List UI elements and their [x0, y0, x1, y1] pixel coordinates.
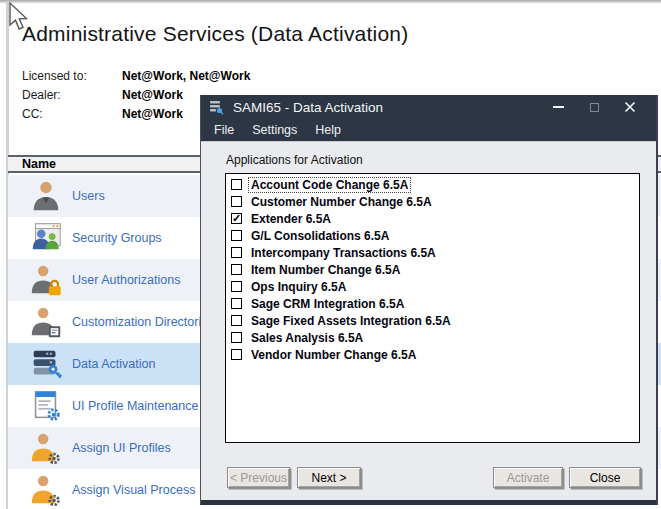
app-row[interactable]: Customer Number Change 6.5A [229, 193, 636, 210]
checkbox[interactable] [231, 247, 242, 258]
sidebar-item-label: Security Groups [72, 231, 162, 245]
applications-for-activation-label: Applications for Activation [226, 153, 363, 167]
data-activation-icon [209, 100, 224, 115]
app-row[interactable]: G/L Consolidations 6.5A [229, 227, 636, 244]
checkbox[interactable] [231, 196, 242, 207]
app-row[interactable]: Vendor Number Change 6.5A [229, 346, 636, 363]
dealer-label: Dealer: [22, 88, 122, 102]
app-row[interactable]: Ops Inquiry 6.5A [229, 278, 636, 295]
app-row[interactable]: Sales Analysis 6.5A [229, 329, 636, 346]
licensed-to-row: Licensed to: Net@Work, Net@Work [22, 66, 250, 85]
checkbox-checked[interactable]: ✓ [231, 213, 242, 224]
sidebar-item-label: Users [72, 189, 105, 203]
next-button[interactable]: Next > [297, 467, 361, 488]
app-row[interactable]: Sage Fixed Assets Integration 6.5A [229, 312, 636, 329]
maximize-icon [576, 95, 612, 119]
data-activation-dialog: SAMI65 - Data Activation File Settings H… [200, 95, 658, 505]
dialog-titlebar[interactable]: SAMI65 - Data Activation [201, 95, 656, 119]
checkbox[interactable] [231, 230, 242, 241]
mouse-cursor [6, 1, 30, 33]
menu-help[interactable]: Help [306, 120, 350, 140]
close-button[interactable]: Close [569, 467, 641, 488]
checkbox[interactable] [231, 349, 242, 360]
sidebar-item-label: UI Profile Maintenance [72, 399, 198, 413]
previous-button[interactable]: < Previous [227, 467, 290, 488]
cc-label: CC: [22, 107, 122, 121]
licensed-to-value: Net@Work, Net@Work [122, 69, 250, 83]
dealer-value: Net@Work [122, 88, 183, 102]
app-row[interactable]: Item Number Change 6.5A [229, 261, 636, 278]
database-key-icon [28, 346, 64, 382]
document-gear-icon [28, 388, 64, 424]
sidebar-item-label: User Authorizations [72, 273, 180, 287]
menu-file[interactable]: File [205, 120, 243, 140]
user-gear-icon [28, 472, 64, 508]
user-card-icon [28, 304, 64, 340]
security-groups-icon [28, 220, 64, 256]
dialog-body: Applications for Activation Account Code… [201, 141, 656, 500]
licensed-to-label: Licensed to: [22, 69, 122, 83]
sidebar-item-label: Data Activation [72, 357, 155, 371]
activate-button[interactable]: Activate [493, 467, 563, 488]
checkbox[interactable] [231, 281, 242, 292]
dialog-menubar: File Settings Help [201, 119, 656, 141]
dialog-title: SAMI65 - Data Activation [233, 100, 383, 115]
app-row[interactable]: ✓ Extender 6.5A [229, 210, 636, 227]
sidebar-item-label: Customization Directories [72, 315, 214, 329]
app-row[interactable]: Account Code Change 6.5A [229, 176, 636, 193]
minimize-icon[interactable] [540, 95, 576, 119]
window-controls [540, 95, 648, 119]
applications-listbox[interactable]: Account Code Change 6.5A Customer Number… [225, 173, 640, 443]
app-row[interactable]: Intercompany Transactions 6.5A [229, 244, 636, 261]
sidebar-item-label: Assign UI Profiles [72, 441, 171, 455]
checkbox[interactable] [231, 315, 242, 326]
app-row[interactable]: Sage CRM Integration 6.5A [229, 295, 636, 312]
user-gear-icon [28, 430, 64, 466]
cc-value: Net@Work [122, 107, 183, 121]
user-icon [28, 178, 64, 214]
checkbox[interactable] [231, 332, 242, 343]
dialog-bottom-edge [201, 500, 656, 505]
checkbox[interactable] [231, 179, 242, 190]
checkbox[interactable] [231, 264, 242, 275]
user-lock-icon [28, 262, 64, 298]
window-top-edge [0, 0, 661, 3]
page-title: Administrative Services (Data Activation… [22, 22, 408, 46]
menu-settings[interactable]: Settings [243, 120, 306, 140]
close-icon[interactable] [612, 95, 648, 119]
checkbox[interactable] [231, 298, 242, 309]
